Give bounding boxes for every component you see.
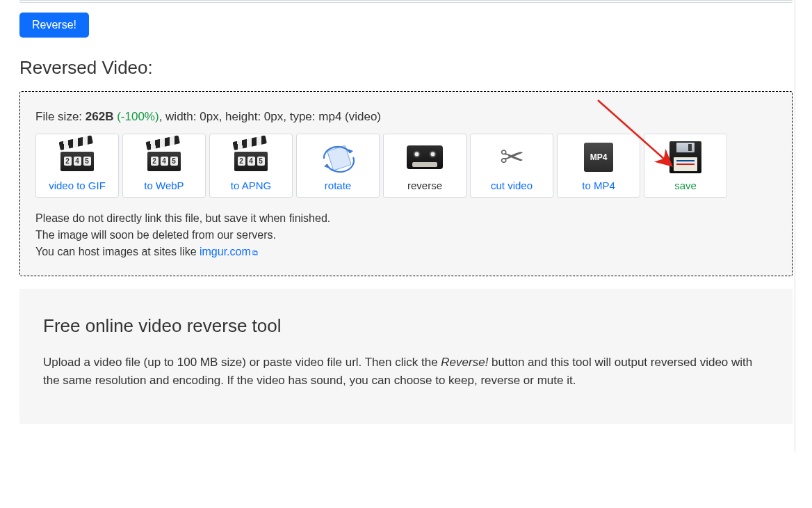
- clapper-icon: 245: [234, 134, 268, 180]
- info-em: Reverse!: [441, 356, 488, 369]
- tile-label: to WebP: [144, 180, 184, 191]
- tile-label: save: [674, 180, 697, 191]
- clapper-icon: 245: [147, 134, 181, 180]
- file-info-line: File size: 262B (-100%), width: 0px, hei…: [35, 110, 777, 124]
- tile-reverse[interactable]: reverse: [383, 134, 466, 198]
- info-heading: Free online video reverse tool: [43, 315, 769, 337]
- note-line-2: The image will soon be deleted from our …: [35, 227, 777, 244]
- tile-label: cut video: [491, 180, 533, 191]
- tile-rotate[interactable]: rotate: [296, 134, 380, 198]
- external-link-icon: ⧉: [252, 248, 258, 257]
- cassette-icon: [407, 134, 443, 180]
- imgur-link[interactable]: imgur.com⧉: [200, 246, 258, 257]
- tile-to-APNG[interactable]: 245to APNG: [209, 134, 293, 198]
- info-paragraph: Upload a video file (up to 100 MB size) …: [43, 354, 769, 390]
- tile-label: to APNG: [231, 180, 271, 191]
- file-size-label: File size:: [35, 110, 86, 123]
- tile-label: rotate: [325, 180, 351, 191]
- clapper-icon: 245: [60, 134, 94, 180]
- info-text-a: Upload a video file (up to 100 MB size) …: [43, 356, 441, 369]
- mp4-icon: MP4: [584, 134, 613, 180]
- tile-to-MP4[interactable]: MP4to MP4: [557, 134, 640, 198]
- reversed-video-heading: Reversed Video:: [19, 57, 793, 79]
- output-panel: File size: 262B (-100%), width: 0px, hei…: [19, 91, 793, 276]
- right-edge-divider: [795, 0, 795, 452]
- tile-video-to-GIF[interactable]: 245video to GIF: [35, 134, 119, 198]
- page: Reverse! Reversed Video: File size: 262B…: [0, 0, 812, 452]
- tile-save[interactable]: save: [644, 134, 727, 198]
- file-size-percent: (-100%): [117, 110, 159, 123]
- imgur-link-text: imgur.com: [200, 246, 251, 257]
- tile-label: reverse: [407, 180, 442, 191]
- tile-label: video to GIF: [49, 180, 106, 191]
- rotate-icon: [320, 134, 356, 180]
- file-dimensions: , width: 0px, height: 0px, type: mp4 (vi…: [159, 110, 381, 123]
- tile-cut-video[interactable]: ✂cut video: [470, 134, 553, 198]
- scissors-icon: ✂: [500, 134, 524, 180]
- output-notes: Please do not directly link this file, b…: [35, 210, 777, 260]
- floppy-icon: [669, 134, 701, 180]
- note-line-3: You can host images at sites like imgur.…: [35, 244, 777, 260]
- info-panel: Free online video reverse tool Upload a …: [19, 289, 793, 424]
- note-line-3-text: You can host images at sites like: [35, 246, 200, 257]
- tile-label: to MP4: [582, 180, 615, 191]
- note-line-1: Please do not directly link this file, b…: [35, 210, 777, 227]
- tile-to-WebP[interactable]: 245to WebP: [122, 134, 206, 198]
- reverse-button[interactable]: Reverse!: [19, 13, 89, 38]
- file-size-value: 262B: [86, 110, 114, 123]
- input-box-bottom-edge: [19, 0, 793, 3]
- action-tiles: 245video to GIF245to WebP245to APNGrotat…: [35, 134, 777, 198]
- content: Reverse! Reversed Video: File size: 262B…: [0, 0, 812, 452]
